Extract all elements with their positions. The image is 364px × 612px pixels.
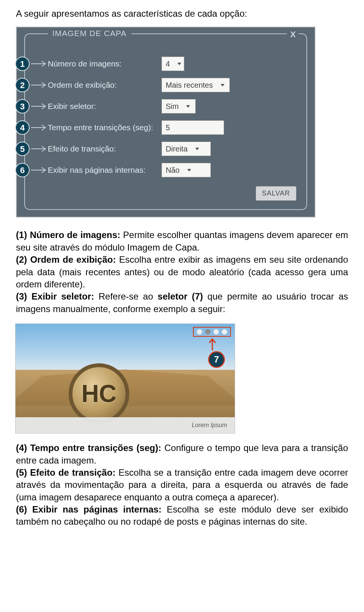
desc-1-bold: (1) Número de imagens:	[16, 230, 123, 240]
select-value: 4	[166, 59, 170, 69]
arrow-icon	[30, 166, 47, 174]
chevron-down-icon	[187, 169, 191, 172]
callout-badge-7: 7	[208, 351, 225, 368]
fieldset-imagem-de-capa: IMAGEM DE CAPA X 1 Número de imagens: 4	[24, 33, 307, 210]
selector-dot[interactable]	[197, 329, 202, 334]
input-tempo-transicao[interactable]: 5	[162, 120, 224, 135]
arrow-icon	[30, 60, 47, 68]
panel-legend: IMAGEM DE CAPA	[48, 28, 131, 39]
select-exibir-paginas-internas[interactable]: Não	[162, 163, 211, 177]
arrow-icon	[30, 81, 47, 89]
chevron-down-icon	[195, 148, 199, 150]
label-tempo-transicao: Tempo entre transições (seg):	[48, 122, 162, 133]
desc-5-bold: (5) Efeito de transição:	[16, 467, 119, 478]
desc-1: (1) Número de imagens: Permite escolher …	[16, 229, 348, 254]
desc-2: (2) Ordem de exibição: Escolha entre exi…	[16, 254, 348, 290]
desc-6-bold: (6) Exibir nas páginas internas:	[16, 504, 167, 514]
label-exibir-seletor: Exibir seletor:	[48, 101, 162, 112]
row-ordem-exibicao: 2 Ordem de exibição: Mais recentes	[48, 74, 298, 96]
chevron-down-icon	[186, 105, 190, 108]
selector-dots[interactable]	[193, 327, 231, 337]
desc-4: (4) Tempo entre transições (seg): Config…	[16, 442, 348, 467]
callout-badge-2: 2	[15, 78, 30, 92]
select-ordem-exibicao[interactable]: Mais recentes	[162, 78, 230, 92]
desc-2-bold: (2) Ordem de exibição:	[16, 254, 119, 265]
desc-3-bold: (3) Exibir seletor:	[16, 291, 99, 301]
selector-dot[interactable]	[222, 329, 227, 334]
callout-badge-3: 3	[15, 99, 30, 114]
chevron-down-icon	[221, 84, 224, 87]
label-numero-imagens: Número de imagens:	[48, 58, 162, 69]
select-numero-imagens[interactable]: 4	[162, 57, 184, 71]
salvar-button[interactable]: SALVAR	[256, 186, 297, 201]
row-exibir-seletor: 3 Exibir seletor: Sim	[48, 96, 298, 117]
arrow-up-icon	[208, 338, 217, 351]
select-value: Não	[166, 165, 180, 175]
selector-dot-active[interactable]	[205, 329, 210, 334]
callout-badge-6: 6	[15, 163, 30, 177]
chevron-down-icon	[177, 63, 181, 65]
select-value: Mais recentes	[166, 80, 213, 90]
panel-imagem-de-capa: IMAGEM DE CAPA X 1 Número de imagens: 4	[16, 27, 315, 218]
label-exibir-paginas-internas: Exibir nas páginas internas:	[48, 165, 162, 175]
row-numero-imagens: 1 Número de imagens: 4	[48, 53, 298, 74]
example-caption: Lorem Ipsum	[16, 417, 235, 433]
row-exibir-paginas-internas: 6 Exibir nas páginas internas: Não	[48, 159, 298, 181]
desc-4-bold: (4) Tempo entre transições (seg):	[16, 443, 164, 453]
desc-6: (6) Exibir nas páginas internas: Escolha…	[16, 503, 348, 528]
selector-dot[interactable]	[213, 329, 219, 334]
select-efeito-transicao[interactable]: Direita	[162, 142, 211, 156]
desc-3-text1: Refere-se ao	[99, 291, 158, 301]
desc-3-bold2: seletor (7)	[158, 291, 203, 301]
intro-text: A seguir apresentamos as características…	[16, 8, 348, 20]
arrow-icon	[30, 102, 47, 110]
close-icon[interactable]: X	[287, 29, 299, 40]
desc-3: (3) Exibir seletor: Refere-se ao seletor…	[16, 290, 348, 315]
input-value: 5	[166, 123, 170, 133]
row-efeito-transicao: 5 Efeito de transição: Direita	[48, 138, 298, 159]
example-crest-icon: HC	[69, 363, 129, 424]
callout-badge-4: 4	[15, 120, 30, 135]
arrow-icon	[30, 123, 47, 132]
desc-5: (5) Efeito de transição: Escolha se a tr…	[16, 467, 348, 503]
arrow-icon	[30, 145, 47, 153]
callout-badge-1: 1	[15, 57, 30, 71]
select-exibir-seletor[interactable]: Sim	[162, 99, 196, 114]
description-block-1: (1) Número de imagens: Permite escolher …	[16, 229, 348, 315]
row-tempo-transicao: 4 Tempo entre transições (seg): 5	[48, 117, 298, 138]
label-efeito-transicao: Efeito de transição:	[48, 144, 162, 154]
example-image-selector: HC 7 Lorem Ipsum	[15, 323, 235, 434]
select-value: Direita	[166, 144, 188, 154]
callout-badge-5: 5	[15, 142, 30, 156]
select-value: Sim	[166, 101, 179, 112]
label-ordem-exibicao: Ordem de exibição:	[48, 80, 162, 90]
description-block-2: (4) Tempo entre transições (seg): Config…	[16, 442, 348, 528]
